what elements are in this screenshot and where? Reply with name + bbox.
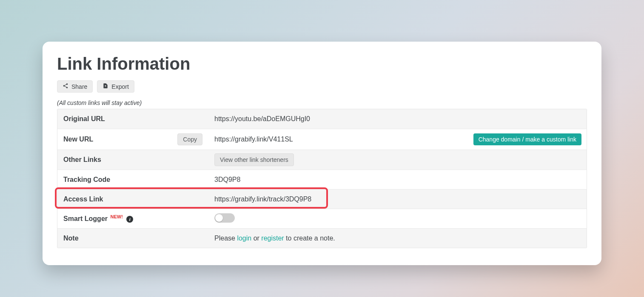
label-access-link: Access Link <box>57 189 208 209</box>
label-new-url: New URL Copy <box>57 129 208 150</box>
row-new-url: New URL Copy https://grabify.link/V411SL… <box>57 129 587 150</box>
export-icon <box>103 83 108 90</box>
value-access-link: https://grabify.link/track/3DQ9P8 <box>208 189 587 209</box>
link-info-table: Original URL https://youtu.be/aDoEMGUHgI… <box>57 109 587 248</box>
value-original-url: https://youtu.be/aDoEMGUHgI0 <box>208 109 587 129</box>
value-note: Please login or register to create a not… <box>208 228 587 248</box>
value-tracking-code: 3DQ9P8 <box>208 170 587 189</box>
row-other-links: Other Links View other link shorteners <box>57 150 587 170</box>
new-badge: NEW! <box>110 214 123 219</box>
register-link[interactable]: register <box>261 235 284 242</box>
export-button-label: Export <box>111 83 128 90</box>
row-smart-logger: Smart Logger NEW! i <box>57 209 587 228</box>
value-smart-logger <box>208 209 587 228</box>
change-domain-button[interactable]: Change domain / make a custom link <box>473 133 581 145</box>
row-tracking-code: Tracking Code 3DQ9P8 <box>57 170 587 189</box>
label-new-url-text: New URL <box>63 136 93 143</box>
share-icon <box>63 83 68 90</box>
value-new-url: https://grabify.link/V411SL Change domai… <box>208 129 587 150</box>
value-new-url-text: https://grabify.link/V411SL <box>214 136 293 143</box>
login-link[interactable]: login <box>237 235 251 242</box>
link-information-card: Link Information Share Export (All custo… <box>43 42 601 265</box>
share-button-label: Share <box>71 83 87 90</box>
row-access-link: Access Link https://grabify.link/track/3… <box>57 189 587 209</box>
label-smart-logger-text: Smart Logger <box>63 215 108 223</box>
page-title: Link Information <box>57 54 587 74</box>
label-tracking-code: Tracking Code <box>57 170 208 189</box>
copy-button[interactable]: Copy <box>177 133 202 145</box>
table-wrapper: Original URL https://youtu.be/aDoEMGUHgI… <box>57 109 587 248</box>
row-original-url: Original URL https://youtu.be/aDoEMGUHgI… <box>57 109 587 129</box>
note-mid: or <box>251 235 261 242</box>
subnote: (All custom links will stay active) <box>57 99 587 106</box>
export-button[interactable]: Export <box>97 80 134 93</box>
label-other-links: Other Links <box>57 150 208 170</box>
view-other-link-shorteners-button[interactable]: View other link shorteners <box>214 153 294 166</box>
row-note: Note Please login or register to create … <box>57 228 587 248</box>
info-icon[interactable]: i <box>126 216 133 223</box>
label-note: Note <box>57 228 208 248</box>
smart-logger-toggle[interactable] <box>214 213 235 223</box>
label-original-url: Original URL <box>57 109 208 129</box>
label-smart-logger: Smart Logger NEW! i <box>57 209 208 228</box>
action-row: Share Export <box>57 80 587 93</box>
value-other-links: View other link shorteners <box>208 150 587 170</box>
note-suffix: to create a note. <box>284 235 335 242</box>
toggle-knob <box>215 214 223 222</box>
share-button[interactable]: Share <box>57 80 93 93</box>
note-prefix: Please <box>214 235 237 242</box>
